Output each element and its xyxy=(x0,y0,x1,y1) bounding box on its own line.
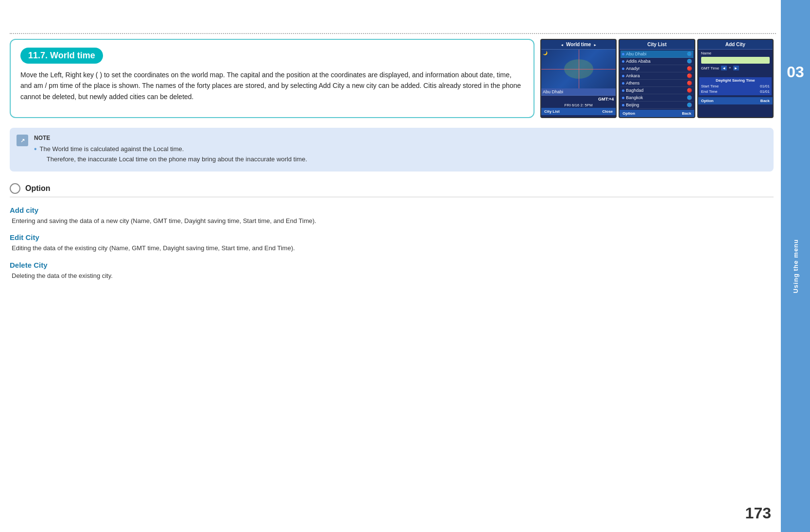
city-row-7: Beijing 🌐 xyxy=(620,102,693,109)
city-row-0: Abu Dhabi 🌐 xyxy=(620,51,693,58)
daylight-section: Daylight Saving Time Start Time 01/01 En… xyxy=(699,77,772,95)
city-dot xyxy=(622,97,624,99)
section-title: 11.7. World time xyxy=(20,48,103,64)
chapter-number: 03 xyxy=(781,58,810,86)
city-list-title: City List xyxy=(620,40,694,50)
city-list-btn[interactable]: City List xyxy=(544,109,560,114)
name-field[interactable] xyxy=(701,57,770,64)
edit-city-desc: Editing the data of the existing city (N… xyxy=(10,243,774,253)
crosshair-v xyxy=(579,50,579,88)
device-screenshots: ◄ World time ► 🌙 Abu Dhabi GMT:+4 FRI 6/… xyxy=(540,39,774,118)
gmt-display: GMT:+4 xyxy=(541,96,616,103)
add-city-back-btn[interactable]: Back xyxy=(760,99,770,103)
city-row-3: Ankara 🔴 xyxy=(620,72,693,80)
option-section: Option Add city Entering and saving the … xyxy=(10,183,774,281)
daylight-title: Daylight Saving Time xyxy=(701,78,770,83)
add-city-desc: Entering and saving the data of a new ci… xyxy=(10,216,774,226)
page-number: 173 xyxy=(745,504,771,522)
gmt-right-arrow[interactable]: ► xyxy=(733,66,739,70)
option-header: Option xyxy=(10,183,774,194)
option-btn[interactable]: Option xyxy=(622,111,635,116)
city-list-content: Abu Dhabi 🌐 Addis Ababa 🌐 Anadyr 🔴 xyxy=(620,50,694,110)
add-city-footer: Option Back xyxy=(698,97,773,104)
delete-city-title: Delete City xyxy=(10,261,774,269)
city-dot xyxy=(622,68,624,70)
world-map: 🌙 xyxy=(541,50,616,88)
note-title: NOTE xyxy=(34,135,764,141)
city-icon: 🔴 xyxy=(687,73,692,78)
option-icon xyxy=(10,183,20,194)
section-text-area: 11.7. World time Move the Left, Right ke… xyxy=(10,39,534,118)
time-display: FRI 6/16 2: 5PM xyxy=(541,103,616,108)
city-icon: 🌐 xyxy=(687,95,692,100)
name-label: Name xyxy=(699,51,772,56)
add-city-screen: Add City Name GMT Time ◄ + ► Dayl xyxy=(697,39,774,118)
add-city-title: Add City xyxy=(698,40,773,50)
note-box: ↗ NOTE • The World time is calculated ag… xyxy=(10,128,774,172)
section-body: Move the Left, Right key ( ) to set the … xyxy=(20,69,524,102)
city-icon: 🌐 xyxy=(687,59,692,64)
city-row-6: Bangkok 🌐 xyxy=(620,94,693,102)
city-icon: 🌐 xyxy=(687,51,692,56)
city-icon: 🔴 xyxy=(687,66,692,71)
city-list-footer: Option Back xyxy=(620,110,694,117)
close-btn[interactable]: Close xyxy=(603,109,613,114)
note-icon: ↗ xyxy=(17,135,28,146)
end-time-row: End Time 01/01 xyxy=(701,89,770,94)
city-dot xyxy=(622,53,624,55)
note-bullet: • The World time is calculated against t… xyxy=(34,144,764,165)
world-time-title: ◄ World time ► xyxy=(541,40,616,50)
add-city-option-btn[interactable]: Option xyxy=(701,99,714,103)
back-btn[interactable]: Back xyxy=(682,111,691,116)
world-time-screen: ◄ World time ► 🌙 Abu Dhabi GMT:+4 FRI 6/… xyxy=(540,39,617,118)
add-city-title: Add city xyxy=(10,206,774,214)
city-dot xyxy=(622,89,624,92)
add-city-content: Name GMT Time ◄ + ► Daylight Saving Time xyxy=(698,50,773,97)
note-text: • The World time is calculated against t… xyxy=(34,144,764,165)
gmt-left-arrow[interactable]: ◄ xyxy=(721,66,727,70)
city-row-4: Athens 🔴 xyxy=(620,80,693,87)
option-item-delete-city: Delete City Deleting the data of the exi… xyxy=(10,261,774,281)
gmt-arrows: ◄ + ► xyxy=(721,66,739,70)
city-row-2: Anadyr 🔴 xyxy=(620,65,693,72)
city-icon: 🔴 xyxy=(687,88,692,93)
city-icon: 🔴 xyxy=(687,81,692,86)
gmt-row: GMT Time ◄ + ► xyxy=(699,65,772,71)
start-time-row: Start Time 01/01 xyxy=(701,84,770,89)
delete-city-desc: Deleting the data of the existing city. xyxy=(10,271,774,281)
option-divider xyxy=(10,197,774,197)
option-title: Option xyxy=(25,184,51,193)
note-bullet-dot: • xyxy=(34,144,37,154)
edit-city-title: Edit City xyxy=(10,233,774,241)
city-dot xyxy=(622,82,624,85)
section-box: 11.7. World time Move the Left, Right ke… xyxy=(10,39,774,118)
city-icon: 🌐 xyxy=(687,103,692,107)
option-item-edit-city: Edit City Editing the data of the existi… xyxy=(10,233,774,253)
section-divider xyxy=(10,33,776,34)
note-content: The World time is calculated against the… xyxy=(40,144,307,165)
city-list-screen: City List Abu Dhabi 🌐 Addis Ababa 🌐 xyxy=(619,39,695,118)
city-row-5: Baghdad 🔴 xyxy=(620,87,693,94)
sidebar-label: Using the menu xyxy=(792,239,799,293)
city-dot xyxy=(622,104,624,106)
city-row-1: Addis Ababa 🌐 xyxy=(620,58,693,65)
world-time-footer: City List Close xyxy=(541,108,616,115)
city-dot xyxy=(622,60,624,63)
main-content: 11.7. World time Move the Left, Right ke… xyxy=(10,39,774,522)
option-item-add-city: Add city Entering and saving the data of… xyxy=(10,206,774,226)
city-dot xyxy=(622,75,624,77)
selected-city-row: Abu Dhabi xyxy=(541,88,616,96)
